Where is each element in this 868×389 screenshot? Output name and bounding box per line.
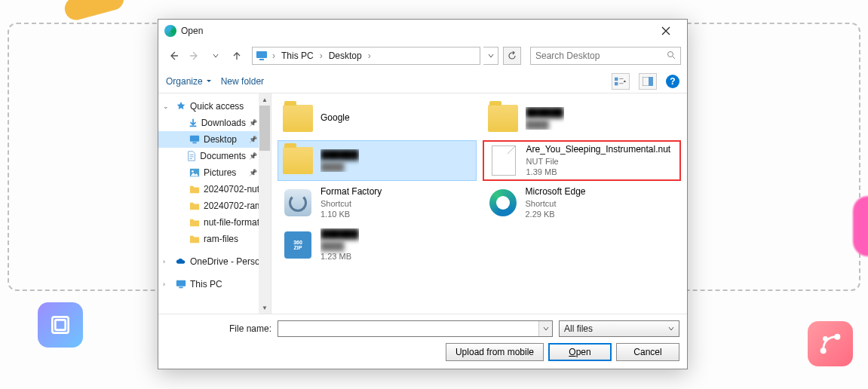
recent-dropdown[interactable]	[207, 47, 225, 65]
file-type: Shortcut	[526, 198, 586, 209]
monitor-icon	[189, 133, 201, 145]
filter-dropdown[interactable]	[665, 321, 677, 336]
file-item[interactable]: Google	[278, 98, 477, 139]
file-item[interactable]: ██████████1.23 MB	[278, 225, 477, 265]
address-bar[interactable]: › This PC › Desktop ›	[252, 47, 480, 65]
address-history-dropdown[interactable]	[483, 47, 498, 65]
tree-item-quick-access[interactable]: ⌄Quick access	[158, 98, 271, 115]
pin-icon: 📌	[249, 119, 257, 127]
file-name: Microsoft Edge	[526, 186, 586, 198]
preview-pane-button[interactable]	[639, 73, 657, 90]
tree-item-label: Documents	[200, 151, 246, 161]
expander-icon[interactable]: ⌄	[163, 103, 172, 110]
pic-icon	[189, 167, 201, 179]
folder-icon	[189, 216, 201, 228]
chevron-right-icon: ›	[318, 51, 324, 61]
bottom-panel: File name: All files Upload from mobile …	[158, 314, 687, 369]
format-factory-icon	[284, 189, 311, 216]
scroll-thumb[interactable]	[259, 106, 270, 151]
open-button[interactable]: Open	[548, 343, 612, 361]
tree-item-documents[interactable]: Documents📌	[158, 148, 271, 164]
filename-label: File name:	[166, 323, 271, 334]
search-input[interactable]	[535, 51, 667, 61]
open-file-dialog: Open › This PC › Desktop › Organize	[158, 19, 688, 369]
scroll-down-arrow[interactable]: ▼	[259, 302, 271, 314]
folder-icon	[488, 105, 518, 132]
new-folder-button[interactable]: New folder	[221, 76, 264, 87]
breadcrumb-desktop[interactable]: Desktop	[327, 51, 363, 61]
close-button[interactable]	[651, 20, 681, 41]
decorative-icon-vector	[808, 321, 853, 366]
help-button[interactable]: ?	[666, 75, 679, 88]
arrow-left-icon	[168, 51, 179, 61]
tree-item-desktop[interactable]: Desktop📌	[158, 131, 271, 148]
file-type-filter[interactable]: All files	[559, 320, 679, 337]
file-item[interactable]: ██████████	[278, 140, 477, 181]
chevron-down-icon	[206, 78, 212, 84]
file-item[interactable]: Format FactoryShortcut1.10 KB	[278, 182, 477, 223]
forward-button[interactable]	[186, 47, 204, 65]
search-icon	[667, 51, 676, 62]
navigation-row: › This PC › Desktop ›	[158, 42, 687, 69]
expander-icon[interactable]: ›	[163, 258, 172, 265]
background-blob	[62, 0, 126, 23]
svg-point-4	[824, 337, 827, 340]
file-meta: ██████████	[526, 107, 564, 130]
folder-icon	[283, 105, 313, 132]
close-icon	[661, 26, 670, 35]
back-button[interactable]	[164, 47, 182, 65]
file-type: NUT File	[526, 156, 671, 167]
file-meta: Are_You_Sleeping_Instrumental.nutNUT Fil…	[526, 144, 671, 177]
up-button[interactable]	[228, 47, 246, 65]
expander-icon[interactable]: ›	[163, 280, 172, 288]
folder-icon	[189, 200, 201, 212]
tree-item-this-pc[interactable]: ›This PC	[158, 276, 271, 293]
breadcrumb-this-pc[interactable]: This PC	[280, 51, 315, 61]
zip-icon	[284, 231, 311, 259]
arrow-right-icon	[189, 51, 200, 61]
sidebar-scrollbar[interactable]: ▲ ▼	[259, 93, 271, 314]
svg-point-3	[836, 335, 839, 338]
tree-item-20240702-nut-fil[interactable]: 20240702-nut-fil	[158, 181, 271, 198]
pin-icon: 📌	[249, 136, 257, 143]
cancel-button[interactable]: Cancel	[616, 343, 679, 361]
file-item[interactable]: ██████████	[483, 98, 682, 139]
file-size: 1.39 MB	[526, 167, 671, 177]
svg-rect-12	[190, 136, 199, 142]
folder-icon	[189, 183, 201, 195]
tree-item-pictures[interactable]: Pictures📌	[158, 164, 271, 181]
file-item[interactable]: Are_You_Sleeping_Instrumental.nutNUT Fil…	[483, 140, 682, 181]
file-item[interactable]: Microsoft EdgeShortcut2.29 KB	[483, 182, 682, 223]
tree-item-onedrive-person[interactable]: ›OneDrive - Person	[158, 253, 271, 270]
upload-from-mobile-button[interactable]: Upload from mobile	[446, 343, 544, 361]
arrow-up-icon	[232, 51, 242, 61]
scroll-up-arrow[interactable]: ▲	[259, 93, 271, 106]
folder-icon	[189, 233, 201, 245]
file-icon	[492, 145, 516, 176]
svg-point-2	[821, 349, 825, 353]
svg-rect-5	[256, 51, 267, 58]
filename-dropdown[interactable]	[538, 321, 552, 336]
file-type: ████	[321, 240, 359, 251]
tree-item-nut-file-format[interactable]: nut-file-format	[158, 214, 271, 231]
tree-item-label: nut-file-format	[204, 217, 259, 228]
tree-item-downloads[interactable]: Downloads📌	[158, 115, 271, 131]
svg-rect-8	[615, 77, 618, 80]
filename-combo[interactable]	[278, 320, 553, 337]
star-icon	[175, 100, 187, 112]
svg-rect-16	[176, 280, 186, 286]
monitor-icon	[256, 50, 268, 62]
file-size: 1.23 MB	[321, 251, 359, 262]
file-meta: ██████████1.23 MB	[321, 228, 359, 262]
organize-menu[interactable]: Organize	[166, 76, 212, 87]
search-box[interactable]	[530, 47, 681, 65]
tree-item-ram-files[interactable]: ram-files	[158, 231, 271, 247]
chevron-right-icon: ›	[271, 51, 277, 61]
file-name: ██████	[321, 149, 359, 161]
view-mode-button[interactable]	[612, 73, 630, 90]
file-size: 2.29 KB	[526, 209, 586, 219]
file-name: Format Factory	[321, 186, 382, 198]
tree-item-20240702-ram-fi[interactable]: 20240702-ram-fi	[158, 198, 271, 214]
refresh-button[interactable]	[503, 47, 521, 65]
tree-item-label: Downloads	[201, 118, 246, 128]
